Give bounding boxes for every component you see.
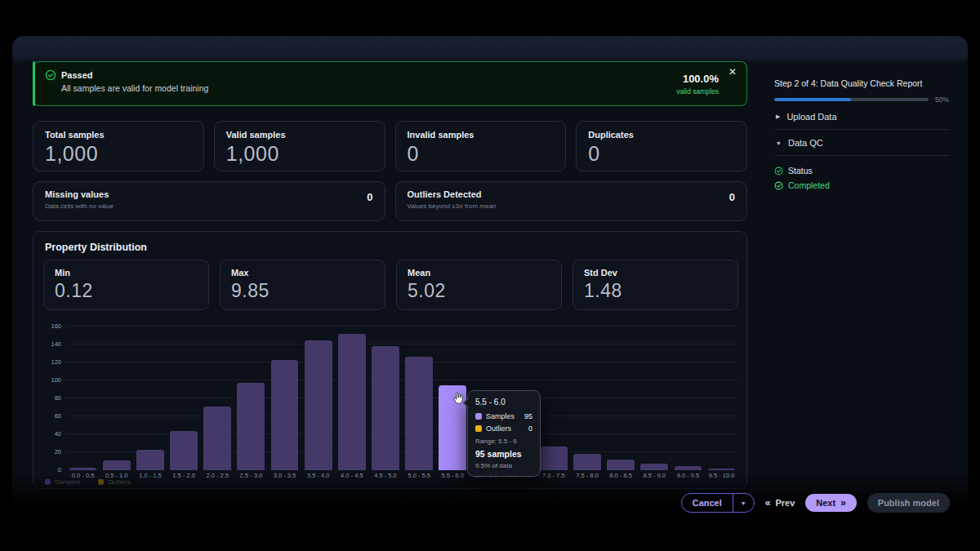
card-min: Min 0.12 — [43, 260, 209, 310]
valid-percent-label: valid samples — [677, 87, 719, 96]
card-valid-samples: Valid samples 1,000 — [214, 121, 385, 171]
status-label: Status — [788, 166, 813, 176]
chart-legend: Samples Outliers — [45, 478, 131, 486]
progress-row: 50% — [774, 96, 949, 104]
bar-slot — [537, 327, 570, 470]
x-tick-label: 2.0 - 2.5 — [201, 472, 234, 479]
histogram-bar[interactable] — [136, 450, 164, 470]
status-completed-row: Completed — [774, 180, 949, 190]
histogram-bar[interactable] — [203, 407, 231, 470]
stat-label: Outliers Detected — [408, 189, 736, 199]
y-tick-label: 80 — [55, 394, 61, 402]
y-axis-labels: 020406080100120140160 — [43, 327, 63, 470]
stat-label: Missing values — [45, 189, 373, 199]
stat-label: Valid samples — [226, 130, 373, 140]
samples-swatch-icon — [475, 413, 482, 420]
y-tick-label: 100 — [51, 376, 61, 384]
steps-sidebar: Step 2 of 4: Data Quality Check Report 5… — [774, 78, 949, 190]
x-tick-label: 4.0 - 4.5 — [335, 472, 368, 479]
bar-slot — [66, 327, 100, 470]
cancel-button[interactable]: Cancel — [682, 494, 733, 512]
card-duplicates: Duplicates 0 — [576, 121, 747, 171]
chart-tooltip: 5.5 - 6.0 Samples 95 Outliers 0 Range: 5… — [467, 390, 541, 477]
legend-outliers[interactable]: Outliers — [98, 478, 131, 486]
histogram-bar[interactable] — [305, 340, 332, 471]
y-tick-label: 40 — [55, 430, 61, 438]
status-value: Completed — [788, 180, 830, 190]
bar-slot — [638, 327, 671, 470]
valid-percent: 100.0% — [677, 73, 719, 85]
legend-label: Samples — [55, 478, 80, 486]
footer-actions: Cancel ▼ « Prev Next » Publish model — [681, 493, 950, 513]
sidebar-item-data-qc[interactable]: ▼ Data QC — [774, 130, 949, 155]
x-tick-label: 3.0 - 3.5 — [268, 472, 301, 479]
distribution-stats: Min 0.12 Max 9.85 Mean 5.02 Std Dev 1.48 — [43, 260, 738, 310]
card-mean: Mean 5.02 — [396, 260, 562, 310]
histogram-bar[interactable] — [170, 431, 198, 470]
histogram-bar[interactable] — [405, 357, 433, 470]
histogram-bar[interactable] — [607, 460, 635, 470]
section-title: Property Distribution — [45, 242, 147, 253]
stat-value: 1,000 — [226, 142, 373, 166]
stat-label: Total samples — [45, 130, 192, 140]
x-axis-labels: 0.0 - 0.50.5 - 1.01.0 - 1.51.5 - 2.02.0 … — [66, 472, 738, 479]
status-row: Status — [774, 166, 949, 176]
y-tick-label: 0 — [58, 466, 61, 473]
histogram-bar[interactable] — [69, 468, 97, 470]
histogram-bar[interactable] — [708, 469, 736, 470]
histogram-bar[interactable] — [271, 360, 299, 470]
stat-label: Std Dev — [584, 268, 727, 278]
histogram-bar[interactable] — [372, 346, 399, 470]
histogram-bar[interactable] — [675, 466, 702, 471]
bar-slot — [167, 327, 200, 470]
progress-bar — [774, 98, 929, 101]
check-circle-icon — [774, 181, 783, 190]
card-max: Max 9.85 — [220, 260, 385, 310]
stat-value: 9.85 — [231, 280, 374, 302]
triangle-down-icon: ▼ — [776, 140, 782, 146]
prev-label: Prev — [775, 498, 795, 508]
bar-slot — [570, 327, 604, 470]
histogram-bar[interactable] — [640, 464, 668, 470]
banner-message: All samples are valid for model training — [61, 83, 208, 93]
publish-model-button[interactable]: Publish model — [867, 493, 950, 513]
cancel-dropdown-button[interactable]: ▼ — [733, 494, 754, 512]
sidebar-item-upload-data[interactable]: ▶ Upload Data — [774, 104, 949, 129]
y-tick-label: 20 — [55, 448, 61, 455]
histogram-bar[interactable] — [573, 454, 601, 470]
bar-slot — [604, 327, 638, 470]
bar-slot — [368, 327, 402, 470]
histogram-bar[interactable] — [338, 334, 366, 470]
step-title: Step 2 of 4: Data Quality Check Report — [774, 78, 949, 88]
bar-slot — [100, 327, 133, 470]
stat-value: 0 — [729, 191, 735, 203]
stats-row-wide: Missing values Data cells with no value … — [33, 181, 747, 221]
y-tick-label: 160 — [51, 322, 61, 330]
x-tick-label: 4.5 - 5.0 — [368, 472, 402, 479]
prev-button[interactable]: « Prev — [765, 498, 795, 508]
chevron-down-icon: ▼ — [741, 500, 746, 506]
banner-status: Passed — [61, 70, 93, 80]
y-tick-label: 140 — [51, 340, 61, 348]
next-button[interactable]: Next » — [805, 494, 857, 512]
histogram-chart: 020406080100120140160 0.0 - 0.50.5 - 1.0… — [43, 327, 738, 485]
next-label: Next — [816, 498, 835, 508]
outliers-swatch-icon — [98, 479, 104, 485]
samples-swatch-icon — [45, 479, 51, 485]
y-tick-label: 120 — [51, 358, 61, 366]
legend-samples[interactable]: Samples — [45, 478, 80, 486]
histogram-bar[interactable] — [237, 383, 265, 470]
tooltip-row-label: Outliers — [486, 424, 524, 433]
x-tick-label: 7.0 - 7.5 — [537, 472, 570, 479]
x-tick-label: 3.5 - 4.0 — [301, 472, 335, 479]
histogram-bar[interactable] — [540, 447, 568, 470]
x-tick-label: 7.5 - 8.0 — [570, 472, 604, 479]
tooltip-outliers-row: Outliers 0 — [475, 424, 532, 433]
stat-label: Invalid samples — [408, 130, 555, 140]
stat-label: Max — [231, 268, 374, 278]
stats-row: Total samples 1,000 Valid samples 1,000 … — [33, 121, 747, 171]
close-icon[interactable]: ✕ — [728, 67, 737, 77]
passed-banner: Passed All samples are valid for model t… — [33, 61, 747, 106]
triangle-right-icon: ▶ — [776, 113, 780, 120]
histogram-bar[interactable] — [103, 460, 131, 470]
